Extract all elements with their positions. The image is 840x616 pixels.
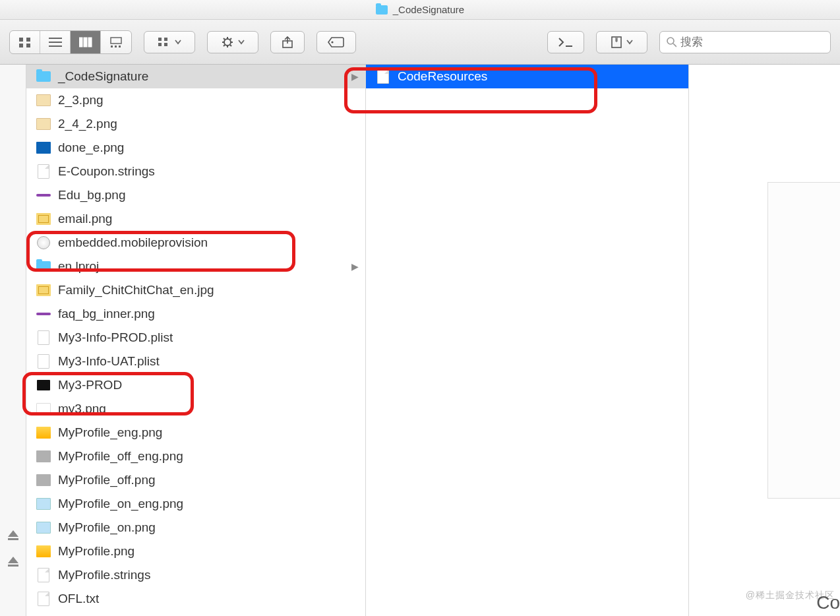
svg-rect-1	[26, 38, 30, 42]
file-name: my3.png	[58, 402, 106, 416]
file-row[interactable]: 2_4_2.png	[26, 112, 365, 136]
svg-rect-3	[26, 44, 30, 47]
file-row[interactable]: MyProfile_on.png	[26, 516, 365, 539]
svg-rect-0	[19, 38, 23, 42]
folder-icon	[376, 5, 388, 15]
svg-rect-13	[119, 46, 121, 47]
chevron-right-icon: ▶	[351, 261, 359, 272]
chevron-right-icon: ▶	[351, 71, 359, 82]
image-icon	[36, 283, 51, 297]
svg-rect-7	[79, 38, 82, 47]
file-row[interactable]: faq_bg_inner.png	[26, 302, 365, 326]
tag-icon	[328, 36, 345, 48]
file-name: My3-Info-UAT.plist	[58, 354, 160, 369]
file-row[interactable]: 2_3.png	[26, 88, 365, 112]
file-row[interactable]: My3-PROD	[26, 373, 365, 397]
chevron-down-icon	[626, 40, 633, 45]
file-row[interactable]: MyProfile_off_eng.png	[26, 445, 365, 468]
window-title: _CodeSignature	[393, 4, 464, 15]
terminal-icon	[558, 37, 574, 47]
file-row[interactable]: MyProfile_off.png	[26, 468, 365, 492]
search-icon	[667, 37, 676, 47]
image-icon	[36, 449, 51, 464]
image-icon	[36, 188, 51, 202]
search-input[interactable]	[680, 36, 824, 49]
document-icon	[36, 568, 51, 582]
column-1[interactable]: _CodeSignature▶2_3.png2_4_2.pngdone_e.pn…	[26, 65, 366, 616]
image-icon	[36, 140, 51, 155]
plist-icon	[36, 330, 51, 345]
file-name: OFL.txt	[58, 592, 99, 606]
gallery-view-button[interactable]	[101, 31, 131, 53]
executable-icon	[36, 378, 51, 392]
file-row[interactable]: done_e.png	[26, 136, 365, 160]
file-name: MyProfile_off_eng.png	[58, 449, 183, 464]
file-name: en.lproj	[58, 259, 99, 274]
column-browser: _CodeSignature▶2_3.png2_4_2.pngdone_e.pn…	[0, 65, 840, 616]
file-row[interactable]: embedded.mobileprovision	[26, 231, 365, 255]
file-name: E-Coupon.strings	[58, 164, 155, 179]
svg-rect-9	[88, 38, 92, 47]
preview-label: Co	[816, 592, 840, 613]
document-icon	[375, 69, 391, 84]
file-name: Family_ChitChitChat_en.jpg	[58, 283, 214, 297]
image-icon	[36, 212, 51, 226]
file-row[interactable]: My3-Info-PROD.plist	[26, 326, 365, 350]
eject-icon[interactable]	[8, 530, 18, 537]
image-icon	[36, 93, 51, 108]
column-2[interactable]: CodeResources	[366, 65, 689, 616]
svg-rect-5	[49, 42, 62, 43]
file-name: MyProfile_off.png	[58, 473, 156, 487]
toolbar	[0, 20, 840, 65]
svg-point-20	[331, 41, 333, 43]
file-row[interactable]: E-Coupon.strings	[26, 160, 365, 183]
file-row[interactable]: MyProfile.png	[26, 539, 365, 563]
svg-rect-17	[164, 43, 167, 46]
terminal-button[interactable]	[547, 31, 584, 53]
file-name: MyProfile_on.png	[58, 520, 156, 535]
quicklook-button[interactable]	[596, 31, 647, 53]
file-row[interactable]: CodeResources	[366, 65, 688, 88]
column-3-preview	[689, 65, 840, 616]
share-button[interactable]	[270, 31, 305, 53]
action-button[interactable]	[207, 31, 258, 53]
folder-icon	[36, 69, 51, 84]
column-view-button[interactable]	[71, 31, 101, 53]
eject-icon[interactable]	[8, 557, 18, 563]
file-name: 2_3.png	[58, 93, 104, 108]
file-row[interactable]: MyProfile_eng.png	[26, 421, 365, 445]
file-row[interactable]: Family_ChitChitChat_en.jpg	[26, 278, 365, 302]
file-row[interactable]: en.lproj▶	[26, 255, 365, 278]
file-row[interactable]: email.png	[26, 207, 365, 231]
svg-rect-2	[19, 44, 23, 47]
svg-rect-11	[111, 46, 113, 47]
icon-view-button[interactable]	[10, 31, 40, 53]
file-row[interactable]: MyProfile_on_eng.png	[26, 492, 365, 516]
image-icon	[36, 497, 51, 511]
svg-rect-16	[158, 43, 162, 46]
file-name: MyProfile_on_eng.png	[58, 497, 183, 511]
list-view-button[interactable]	[40, 31, 71, 53]
file-name: embedded.mobileprovision	[58, 235, 208, 250]
svg-point-18	[224, 39, 231, 46]
file-name: 2_4_2.png	[58, 117, 117, 131]
image-icon	[36, 117, 51, 131]
preview-thumbnail	[767, 182, 840, 499]
file-row[interactable]: OFL.txt	[26, 587, 365, 611]
file-row[interactable]: Edu_bg.png	[26, 183, 365, 207]
svg-point-22	[667, 38, 674, 44]
file-name: MyProfile.png	[58, 544, 135, 559]
tags-button[interactable]	[316, 31, 356, 53]
view-mode-group	[9, 30, 132, 54]
arrange-button[interactable]	[144, 31, 195, 53]
file-row[interactable]: my3.png	[26, 397, 365, 421]
file-row[interactable]: My3-Info-UAT.plist	[26, 350, 365, 373]
file-row[interactable]: MyProfile.strings	[26, 563, 365, 587]
image-icon	[36, 307, 51, 321]
search-field[interactable]	[659, 31, 831, 53]
chevron-down-icon	[175, 40, 181, 45]
document-icon	[36, 164, 51, 179]
file-name: Edu_bg.png	[58, 188, 126, 202]
file-name: CodeResources	[398, 69, 487, 84]
file-row[interactable]: _CodeSignature▶	[26, 65, 365, 88]
